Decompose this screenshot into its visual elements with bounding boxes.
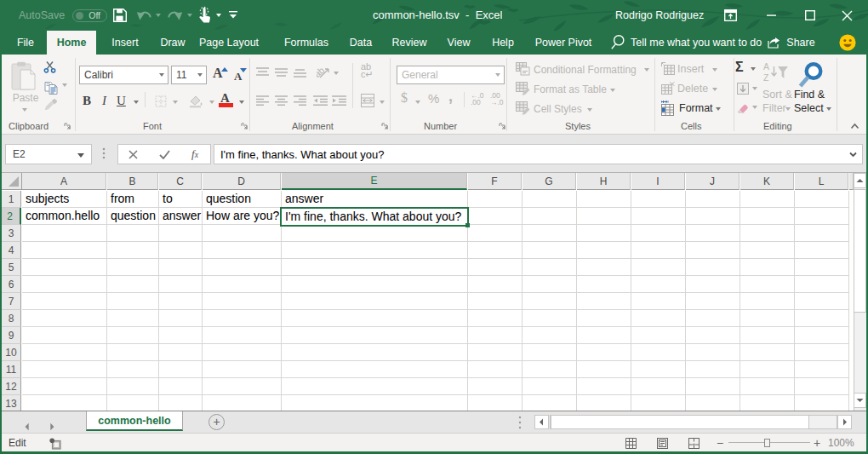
svg-text:A: A xyxy=(763,61,769,72)
svg-text:Z: Z xyxy=(763,72,769,83)
